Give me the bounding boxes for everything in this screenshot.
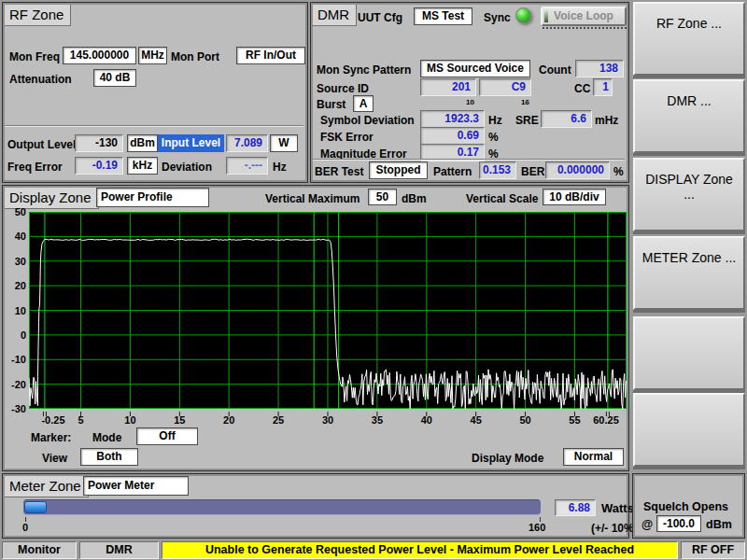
squelch-panel: Squelch Opens @ -100.0 dBm	[632, 473, 745, 539]
burst-label: Burst	[317, 98, 345, 111]
x-axis-label: -0.25	[41, 414, 64, 426]
x-axis-label: 40	[421, 414, 432, 426]
vertical-maximum-label: Vertical Maximum	[265, 192, 359, 205]
freq-error-unit-button[interactable]: kHz	[127, 157, 158, 175]
y-axis-label: 0	[3, 329, 26, 341]
softkey-dmr[interactable]: DMR ...	[633, 79, 745, 153]
display-select[interactable]: Power Profile	[96, 188, 209, 207]
output-level-unit-button[interactable]: dBm	[127, 134, 158, 152]
marker-mode-select[interactable]: Off	[136, 427, 198, 445]
vertical-maximum-input[interactable]: 50	[368, 189, 397, 205]
squelch-at: @	[641, 518, 653, 531]
meter-zone-panel: Meter Zone Power Meter 6.88 Watts 0 160 …	[2, 473, 629, 539]
ber-unit: %	[613, 165, 624, 178]
burst-select[interactable]: A	[353, 95, 374, 112]
freq-error-readout: -0.19	[75, 157, 123, 175]
dmr-panel: DMR UUT Cfg MS Test Sync Voice Loop Mon …	[310, 2, 629, 183]
sre-label: SRE	[515, 114, 539, 127]
output-level-label: Output Level	[7, 138, 76, 151]
freq-error-label: Freq Error	[7, 161, 63, 174]
source-id-hex-base: 16	[521, 98, 529, 106]
source-id-hex-readout: C9	[479, 78, 531, 96]
x-axis-label: 60.25	[593, 414, 619, 426]
meter-scale-min: 0	[22, 522, 28, 533]
symbol-deviation-readout: 1923.3	[420, 110, 485, 128]
input-level-unit-button[interactable]: W	[270, 134, 298, 152]
mon-sync-pattern-label: Mon Sync Pattern	[317, 63, 411, 77]
ber-test-select[interactable]: Stopped	[369, 161, 428, 179]
view-select[interactable]: Both	[80, 448, 138, 466]
x-axis-label: 30	[322, 414, 333, 426]
x-axis-label: 5	[78, 414, 83, 426]
cc-label: CC	[574, 82, 590, 95]
softkey-meter-zone[interactable]: METER Zone ...	[633, 236, 745, 310]
y-axis-label: -20	[3, 379, 26, 390]
power-meter-fill	[24, 501, 47, 513]
symbol-deviation-unit: Hz	[488, 114, 502, 127]
display-mode-select[interactable]: Normal	[563, 448, 624, 466]
power-profile-chart	[29, 212, 627, 416]
mon-freq-input[interactable]: 145.000000	[63, 47, 136, 64]
ber-test-label: BER Test	[315, 165, 363, 178]
power-meter-unit: Watts	[601, 501, 634, 515]
status-system-tab[interactable]: DMR	[79, 541, 159, 559]
uut-cfg-label: UUT Cfg	[358, 11, 402, 24]
softkey-blank-2[interactable]	[633, 393, 745, 467]
view-label: View	[42, 452, 67, 465]
attenuation-label: Attenuation	[9, 73, 72, 86]
vertical-maximum-unit: dBm	[402, 192, 427, 205]
mon-sync-pattern-select[interactable]: MS Sourced Voice	[420, 60, 530, 77]
pattern-label: Pattern	[433, 165, 472, 178]
y-axis-label: 50	[3, 206, 26, 217]
softkey-rf-zone[interactable]: RF Zone ...	[633, 2, 745, 76]
x-axis-label: 25	[273, 414, 284, 426]
mon-port-select[interactable]: RF In/Out	[236, 47, 305, 64]
output-level-readout: -130	[75, 134, 123, 152]
x-axis-label: 10	[124, 414, 135, 426]
meter-scale-max: 160	[529, 522, 545, 533]
display-zone-panel: Display Zone Power Profile Vertical Maxi…	[2, 185, 629, 471]
squelch-level-input[interactable]: -100.0	[656, 515, 701, 532]
attenuation-select[interactable]: 40 dB	[93, 69, 136, 87]
y-axis-label: 40	[3, 231, 26, 242]
y-axis-label: 30	[3, 256, 26, 267]
source-id-dec-readout: 201	[420, 78, 476, 96]
power-meter-readout: 6.88	[555, 499, 596, 516]
softkey-blank-1[interactable]	[633, 316, 745, 390]
fsk-error-readout: 0.69	[420, 127, 485, 145]
instrument-screen: { "colors": { "panel_bg": "#bdbdbd", "va…	[0, 0, 747, 560]
sync-led-icon	[515, 7, 531, 23]
meter-tolerance: (+/- 10%)	[591, 522, 638, 535]
fsk-error-label: FSK Error	[320, 131, 374, 144]
deviation-unit-label: Hz	[273, 161, 287, 174]
voice-loop-focus-dots	[543, 27, 627, 29]
squelch-unit: dBm	[706, 518, 732, 531]
status-rf-state: RF OFF	[681, 541, 745, 559]
x-axis-label: 15	[174, 414, 185, 426]
mon-port-label: Mon Port	[171, 50, 219, 63]
ber-label: BER	[521, 165, 544, 178]
input-level-readout: 7.089	[226, 134, 268, 152]
dmr-title: DMR	[313, 5, 357, 26]
y-axis-label: 10	[3, 305, 26, 316]
mon-freq-unit-button[interactable]: MHz	[138, 47, 167, 64]
fsk-error-unit: %	[488, 131, 499, 144]
vertical-scale-select[interactable]: 10 dB/div	[543, 189, 606, 205]
uut-cfg-select[interactable]: MS Test	[414, 7, 472, 25]
ber-readout: 0.000000	[545, 161, 610, 179]
source-id-label: Source ID	[317, 82, 369, 95]
dmr-divider	[313, 159, 625, 161]
meter-zone-title: Meter Zone	[5, 476, 89, 497]
source-id-dec-base: 10	[466, 98, 474, 106]
rf-zone-divider	[5, 125, 303, 127]
count-label: Count	[539, 63, 571, 77]
sre-unit: mHz	[595, 114, 618, 127]
softkey-display-zone[interactable]: DISPLAY Zone ...	[633, 158, 745, 231]
display-mode-label: Display Mode	[472, 452, 543, 465]
rf-zone-panel: RF Zone Mon Freq 145.000000 MHz Mon Port…	[2, 2, 308, 183]
voice-loop-button[interactable]: Voice Loop	[541, 7, 627, 26]
y-axis-label: -10	[3, 354, 26, 365]
meter-select[interactable]: Power Meter	[83, 476, 189, 496]
y-axis-label: -30	[3, 403, 26, 414]
status-mode-tab[interactable]: Monitor	[2, 541, 77, 559]
